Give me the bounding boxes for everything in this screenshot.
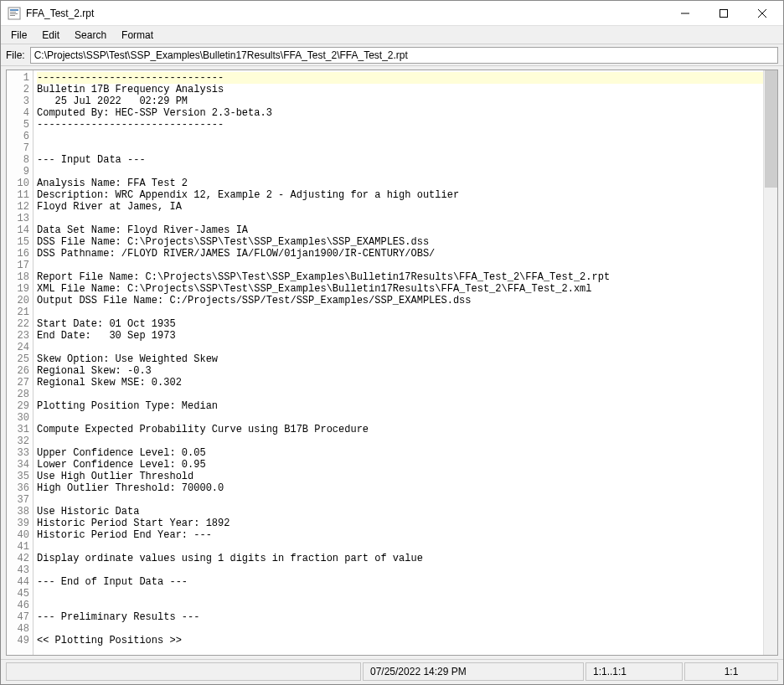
line-number: 34 xyxy=(7,459,33,471)
text-line[interactable] xyxy=(37,494,763,506)
text-line[interactable]: ------------------------------- xyxy=(37,119,763,131)
text-line[interactable]: End Date: 30 Sep 1973 xyxy=(37,330,763,342)
menu-search[interactable]: Search xyxy=(68,28,113,43)
text-line[interactable]: Regional Skew MSE: 0.302 xyxy=(37,377,763,389)
line-number: 12 xyxy=(7,201,33,213)
titlebar[interactable]: FFA_Test_2.rpt xyxy=(1,1,783,26)
text-line[interactable]: Data Set Name: Floyd River-James IA xyxy=(37,224,763,236)
text-line[interactable] xyxy=(37,541,763,553)
maximize-button[interactable] xyxy=(704,1,743,26)
line-number: 19 xyxy=(7,283,33,295)
text-line[interactable] xyxy=(37,213,763,224)
line-number: 42 xyxy=(7,553,33,564)
text-line[interactable]: Use High Outlier Threshold xyxy=(37,471,763,482)
text-line[interactable] xyxy=(37,166,763,178)
text-line[interactable]: Use Historic Data xyxy=(37,506,763,518)
text-line[interactable] xyxy=(37,435,763,447)
scroll-thumb[interactable] xyxy=(765,70,777,188)
text-line[interactable]: Bulletin 17B Frequency Analysis xyxy=(37,84,763,95)
svg-rect-1 xyxy=(10,9,18,11)
text-line[interactable] xyxy=(37,600,763,611)
line-number: 9 xyxy=(7,166,33,178)
text-line[interactable]: Lower Confidence Level: 0.95 xyxy=(37,459,763,471)
text-line[interactable]: Floyd River at James, IA xyxy=(37,201,763,213)
line-number: 36 xyxy=(7,482,33,494)
text-line[interactable] xyxy=(37,412,763,424)
text-line[interactable]: High Outlier Threshold: 70000.0 xyxy=(37,482,763,494)
status-cell-1 xyxy=(6,662,361,681)
text-line[interactable]: Report File Name: C:\Projects\SSP\Test\S… xyxy=(37,271,763,283)
minimize-button[interactable] xyxy=(666,1,704,26)
line-number: 1 xyxy=(7,72,33,84)
text-line[interactable] xyxy=(37,306,763,318)
text-line[interactable]: Start Date: 01 Oct 1935 xyxy=(37,318,763,330)
text-line[interactable] xyxy=(37,131,763,142)
text-line[interactable]: Output DSS File Name: C:/Projects/SSP/Te… xyxy=(37,295,763,306)
text-line[interactable]: Upper Confidence Level: 0.05 xyxy=(37,447,763,459)
line-number: 27 xyxy=(7,377,33,389)
line-number: 18 xyxy=(7,271,33,283)
text-content[interactable]: -------------------------------Bulletin … xyxy=(34,70,763,655)
editor-viewport: 1234567891011121314151617181920212223242… xyxy=(6,70,778,656)
line-number: 33 xyxy=(7,447,33,459)
text-line[interactable]: --- End of Input Data --- xyxy=(37,576,763,588)
line-number: 29 xyxy=(7,400,33,412)
line-number: 24 xyxy=(7,342,33,353)
line-number: 43 xyxy=(7,564,33,576)
line-number: 6 xyxy=(7,131,33,142)
line-number: 22 xyxy=(7,318,33,330)
line-number: 7 xyxy=(7,142,33,154)
text-line[interactable]: << Plotting Positions >> xyxy=(37,635,763,646)
text-line[interactable]: DSS File Name: C:\Projects\SSP\Test\SSP_… xyxy=(37,236,763,248)
file-path-input[interactable] xyxy=(30,47,778,64)
line-number: 35 xyxy=(7,471,33,482)
text-line[interactable] xyxy=(37,142,763,154)
menu-edit[interactable]: Edit xyxy=(35,28,66,43)
line-number: 2 xyxy=(7,84,33,95)
text-line[interactable]: DSS Pathname: /FLOYD RIVER/JAMES IA/FLOW… xyxy=(37,248,763,260)
line-number: 40 xyxy=(7,529,33,541)
vertical-scrollbar[interactable] xyxy=(763,70,777,655)
menu-format[interactable]: Format xyxy=(115,28,160,43)
text-line[interactable]: Analysis Name: FFA Test 2 xyxy=(37,178,763,189)
svg-rect-2 xyxy=(10,12,16,13)
text-line[interactable]: XML File Name: C:\Projects\SSP\Test\SSP_… xyxy=(37,283,763,295)
line-number: 41 xyxy=(7,541,33,553)
text-line[interactable]: --- Preliminary Results --- xyxy=(37,611,763,623)
line-number: 28 xyxy=(7,389,33,400)
text-line[interactable] xyxy=(37,389,763,400)
line-number: 47 xyxy=(7,611,33,623)
text-line[interactable]: Historic Period Start Year: 1892 xyxy=(37,518,763,529)
line-number: 8 xyxy=(7,154,33,166)
line-number-gutter: 1234567891011121314151617181920212223242… xyxy=(7,70,34,655)
line-number: 20 xyxy=(7,295,33,306)
line-number: 4 xyxy=(7,107,33,119)
text-line[interactable]: Plotting Position Type: Median xyxy=(37,400,763,412)
text-line[interactable]: --- Input Data --- xyxy=(37,154,763,166)
statusbar: 07/25/2022 14:29 PM 1:1..1:1 1:1 xyxy=(1,659,783,682)
line-number: 30 xyxy=(7,412,33,424)
menu-file[interactable]: File xyxy=(4,28,34,43)
text-line[interactable]: Computed By: HEC-SSP Version 2.3-beta.3 xyxy=(37,107,763,119)
editor-area: 1234567891011121314151617181920212223242… xyxy=(1,66,783,659)
line-number: 46 xyxy=(7,600,33,611)
close-button[interactable] xyxy=(743,1,781,26)
text-line[interactable]: Display ordinate values using 1 digits i… xyxy=(37,553,763,564)
line-number: 25 xyxy=(7,353,33,365)
text-line[interactable]: Description: WRC Appendix 12, Example 2 … xyxy=(37,189,763,201)
text-line[interactable] xyxy=(37,564,763,576)
text-line[interactable] xyxy=(37,342,763,353)
text-line[interactable] xyxy=(37,260,763,271)
line-number: 17 xyxy=(7,260,33,271)
text-line[interactable]: Historic Period End Year: --- xyxy=(37,529,763,541)
text-line[interactable] xyxy=(37,588,763,600)
line-number: 3 xyxy=(7,95,33,107)
line-number: 38 xyxy=(7,506,33,518)
svg-rect-3 xyxy=(10,13,18,14)
text-line[interactable]: 25 Jul 2022 02:29 PM xyxy=(37,95,763,107)
text-line[interactable]: Regional Skew: -0.3 xyxy=(37,365,763,377)
text-line[interactable]: Compute Expected Probability Curve using… xyxy=(37,424,763,435)
text-line[interactable] xyxy=(37,623,763,635)
text-line[interactable]: Skew Option: Use Weighted Skew xyxy=(37,353,763,365)
text-line[interactable]: ------------------------------- xyxy=(37,72,763,84)
